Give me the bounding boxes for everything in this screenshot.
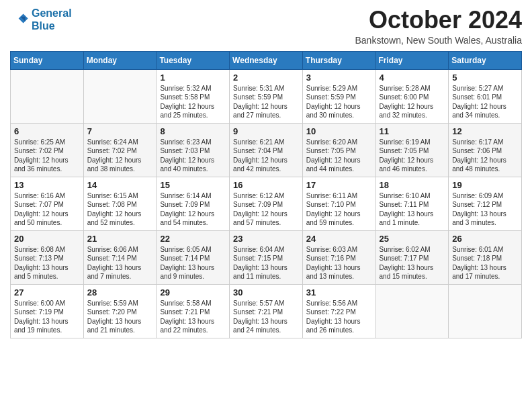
day-number: 31 <box>306 287 372 298</box>
calendar-week-5: 27Sunrise: 6:00 AM Sunset: 7:19 PM Dayli… <box>11 284 522 338</box>
day-info: Sunrise: 6:20 AM Sunset: 7:05 PM Dayligh… <box>306 138 372 174</box>
day-info: Sunrise: 5:31 AM Sunset: 5:59 PM Dayligh… <box>233 84 299 120</box>
calendar-cell: 22Sunrise: 6:05 AM Sunset: 7:14 PM Dayli… <box>157 230 230 284</box>
calendar-cell: 10Sunrise: 6:20 AM Sunset: 7:05 PM Dayli… <box>302 123 375 177</box>
day-number: 17 <box>306 180 372 190</box>
weekday-header-sunday: Sunday <box>11 51 84 69</box>
day-info: Sunrise: 6:11 AM Sunset: 7:10 PM Dayligh… <box>306 191 372 228</box>
day-number: 16 <box>233 180 299 190</box>
day-number: 11 <box>380 126 445 136</box>
calendar-cell: 11Sunrise: 6:19 AM Sunset: 7:05 PM Dayli… <box>375 123 449 177</box>
calendar-week-1: 1Sunrise: 5:32 AM Sunset: 5:58 PM Daylig… <box>11 69 522 123</box>
calendar-cell: 5Sunrise: 5:27 AM Sunset: 6:01 PM Daylig… <box>449 69 522 123</box>
day-info: Sunrise: 6:12 AM Sunset: 7:09 PM Dayligh… <box>233 191 299 228</box>
day-info: Sunrise: 6:21 AM Sunset: 7:04 PM Dayligh… <box>233 138 299 174</box>
weekday-header-friday: Friday <box>375 51 449 69</box>
calendar-cell: 2Sunrise: 5:31 AM Sunset: 5:59 PM Daylig… <box>230 69 303 123</box>
calendar-cell: 29Sunrise: 5:58 AM Sunset: 7:21 PM Dayli… <box>157 284 230 338</box>
day-info: Sunrise: 6:05 AM Sunset: 7:14 PM Dayligh… <box>160 245 226 281</box>
day-info: Sunrise: 6:08 AM Sunset: 7:13 PM Dayligh… <box>14 245 80 281</box>
day-info: Sunrise: 5:56 AM Sunset: 7:22 PM Dayligh… <box>306 299 372 335</box>
day-number: 7 <box>87 126 153 136</box>
logo-line1: General <box>32 7 72 19</box>
title-block: October 2024 Bankstown, New South Wales,… <box>355 7 523 46</box>
day-number: 10 <box>306 126 372 136</box>
day-info: Sunrise: 6:01 AM Sunset: 7:18 PM Dayligh… <box>452 245 518 281</box>
location-subtitle: Bankstown, New South Wales, Australia <box>355 35 523 46</box>
day-number: 6 <box>14 126 80 136</box>
day-info: Sunrise: 6:03 AM Sunset: 7:16 PM Dayligh… <box>306 245 372 281</box>
calendar-cell: 9Sunrise: 6:21 AM Sunset: 7:04 PM Daylig… <box>230 123 303 177</box>
day-info: Sunrise: 6:17 AM Sunset: 7:06 PM Dayligh… <box>452 138 518 174</box>
day-info: Sunrise: 6:06 AM Sunset: 7:14 PM Dayligh… <box>87 245 153 281</box>
day-info: Sunrise: 6:00 AM Sunset: 7:19 PM Dayligh… <box>14 299 80 335</box>
calendar-cell: 25Sunrise: 6:02 AM Sunset: 7:17 PM Dayli… <box>375 230 449 284</box>
calendar-cell: 3Sunrise: 5:29 AM Sunset: 5:59 PM Daylig… <box>302 69 375 123</box>
day-info: Sunrise: 6:04 AM Sunset: 7:15 PM Dayligh… <box>233 245 299 281</box>
calendar-cell <box>11 69 84 123</box>
day-info: Sunrise: 5:27 AM Sunset: 6:01 PM Dayligh… <box>452 84 518 120</box>
calendar-cell: 6Sunrise: 6:25 AM Sunset: 7:02 PM Daylig… <box>11 123 84 177</box>
day-number: 22 <box>160 234 226 244</box>
calendar-week-3: 13Sunrise: 6:16 AM Sunset: 7:07 PM Dayli… <box>11 177 522 230</box>
day-number: 2 <box>233 73 299 83</box>
day-info: Sunrise: 5:32 AM Sunset: 5:58 PM Dayligh… <box>160 84 226 120</box>
calendar-cell: 12Sunrise: 6:17 AM Sunset: 7:06 PM Dayli… <box>449 123 522 177</box>
day-number: 13 <box>14 180 80 190</box>
logo-icon <box>10 10 29 29</box>
calendar-cell: 15Sunrise: 6:14 AM Sunset: 7:09 PM Dayli… <box>157 177 230 230</box>
calendar-cell: 27Sunrise: 6:00 AM Sunset: 7:19 PM Dayli… <box>11 284 84 338</box>
calendar-cell: 23Sunrise: 6:04 AM Sunset: 7:15 PM Dayli… <box>230 230 303 284</box>
day-info: Sunrise: 6:25 AM Sunset: 7:02 PM Dayligh… <box>14 138 80 174</box>
calendar-header-row: SundayMondayTuesdayWednesdayThursdayFrid… <box>11 51 522 69</box>
calendar-cell: 31Sunrise: 5:56 AM Sunset: 7:22 PM Dayli… <box>302 284 375 338</box>
calendar-cell: 28Sunrise: 5:59 AM Sunset: 7:20 PM Dayli… <box>83 284 157 338</box>
day-info: Sunrise: 6:24 AM Sunset: 7:02 PM Dayligh… <box>87 138 153 174</box>
calendar-cell <box>449 284 522 338</box>
day-number: 19 <box>452 180 518 190</box>
calendar-cell: 30Sunrise: 5:57 AM Sunset: 7:21 PM Dayli… <box>230 284 303 338</box>
calendar-cell: 26Sunrise: 6:01 AM Sunset: 7:18 PM Dayli… <box>449 230 522 284</box>
day-info: Sunrise: 6:15 AM Sunset: 7:08 PM Dayligh… <box>87 191 153 228</box>
day-info: Sunrise: 5:29 AM Sunset: 5:59 PM Dayligh… <box>306 84 372 120</box>
calendar-cell: 18Sunrise: 6:10 AM Sunset: 7:11 PM Dayli… <box>375 177 449 230</box>
day-number: 28 <box>87 287 153 298</box>
weekday-header-wednesday: Wednesday <box>230 51 303 69</box>
logo: General Blue <box>10 7 72 32</box>
day-number: 27 <box>14 287 80 298</box>
day-number: 1 <box>160 73 226 83</box>
weekday-header-tuesday: Tuesday <box>157 51 230 69</box>
calendar-cell: 7Sunrise: 6:24 AM Sunset: 7:02 PM Daylig… <box>83 123 157 177</box>
day-info: Sunrise: 6:23 AM Sunset: 7:03 PM Dayligh… <box>160 138 226 174</box>
day-number: 21 <box>87 234 153 244</box>
day-info: Sunrise: 5:28 AM Sunset: 6:00 PM Dayligh… <box>380 84 445 120</box>
weekday-header-saturday: Saturday <box>449 51 522 69</box>
calendar-cell: 17Sunrise: 6:11 AM Sunset: 7:10 PM Dayli… <box>302 177 375 230</box>
day-number: 12 <box>452 126 518 136</box>
day-info: Sunrise: 6:09 AM Sunset: 7:12 PM Dayligh… <box>452 191 518 228</box>
day-info: Sunrise: 6:14 AM Sunset: 7:09 PM Dayligh… <box>160 191 226 228</box>
day-info: Sunrise: 6:16 AM Sunset: 7:07 PM Dayligh… <box>14 191 80 228</box>
day-number: 8 <box>160 126 226 136</box>
day-number: 20 <box>14 234 80 244</box>
day-number: 30 <box>233 287 299 298</box>
calendar-cell: 1Sunrise: 5:32 AM Sunset: 5:58 PM Daylig… <box>157 69 230 123</box>
day-number: 4 <box>380 73 445 83</box>
day-number: 14 <box>87 180 153 190</box>
day-number: 24 <box>306 234 372 244</box>
day-number: 18 <box>380 180 445 190</box>
calendar-table: SundayMondayTuesdayWednesdayThursdayFrid… <box>10 51 522 338</box>
day-info: Sunrise: 6:19 AM Sunset: 7:05 PM Dayligh… <box>380 138 445 174</box>
day-info: Sunrise: 6:10 AM Sunset: 7:11 PM Dayligh… <box>380 191 445 228</box>
calendar-cell <box>83 69 157 123</box>
day-number: 5 <box>452 73 518 83</box>
day-number: 9 <box>233 126 299 136</box>
day-number: 23 <box>233 234 299 244</box>
day-info: Sunrise: 5:57 AM Sunset: 7:21 PM Dayligh… <box>233 299 299 335</box>
calendar-cell <box>375 284 449 338</box>
calendar-cell: 24Sunrise: 6:03 AM Sunset: 7:16 PM Dayli… <box>302 230 375 284</box>
calendar-cell: 20Sunrise: 6:08 AM Sunset: 7:13 PM Dayli… <box>11 230 84 284</box>
weekday-header-monday: Monday <box>83 51 157 69</box>
calendar-week-2: 6Sunrise: 6:25 AM Sunset: 7:02 PM Daylig… <box>11 123 522 177</box>
day-number: 15 <box>160 180 226 190</box>
